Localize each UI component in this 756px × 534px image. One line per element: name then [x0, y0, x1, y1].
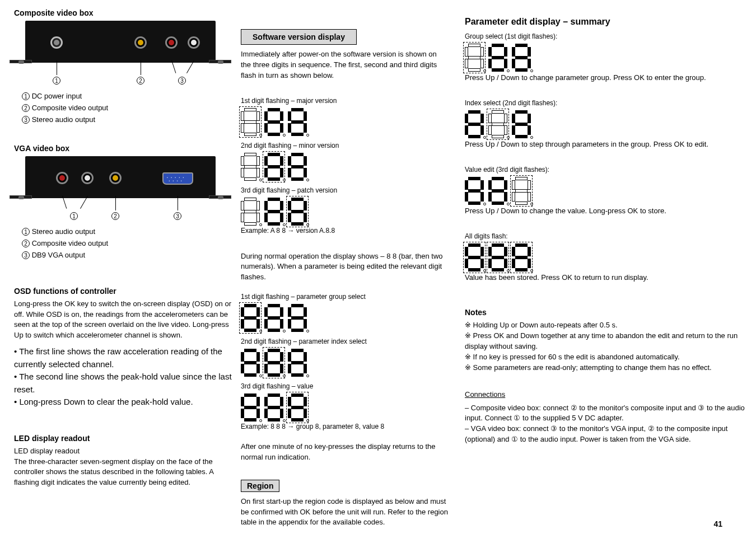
vga-device-illustration: • • • • • • • • • — [25, 156, 216, 198]
connections-body: – Composite video box: connect ② to the … — [465, 403, 745, 445]
ver-example: Example: A 8 8 → version A.8.8 — [241, 227, 448, 235]
mid-row2-digits — [241, 349, 448, 377]
osd-bullet-3: • Long-press Down to clear the peak-hold… — [14, 396, 232, 409]
sum-row3-hint: Press Up / Down to change the value. Lon… — [465, 206, 745, 217]
led-heading: LED display readout — [14, 434, 232, 443]
notes-heading: Notes — [465, 308, 745, 317]
mid-body: During normal operation the display show… — [241, 251, 448, 283]
sum-row1-name: Group select (1st digit flashes): — [465, 32, 745, 40]
osd-heading: OSD functions of controller — [14, 287, 232, 296]
ver-row2-digits — [241, 153, 448, 181]
ver-row3-label: 3rd digit flashing – patch version — [241, 186, 448, 194]
software-version-box: Software version display — [241, 29, 357, 45]
mid-row1-label: 1st digit flashing – parameter group sel… — [241, 293, 448, 301]
osd-body: Long-press the OK key to switch the on-s… — [14, 299, 232, 341]
sum-row1-hint: Press Up / Down to change parameter grou… — [465, 73, 745, 83]
connections-heading: Connections — [465, 390, 745, 399]
mid-row1-digits — [241, 304, 448, 332]
region-box: Region — [241, 480, 279, 492]
composite-box-heading: Composite video box — [14, 8, 232, 17]
sum-row3-digits — [465, 177, 745, 205]
sum-row1-digits — [465, 44, 745, 72]
mid-foot: After one minute of no key-presses the d… — [241, 442, 448, 463]
osd-bullet-2: • The second line shows the peak-hold va… — [14, 371, 232, 396]
note-1: ※ Holding Up or Down auto-repeats after … — [465, 320, 745, 331]
composite-item-3: 3 Stereo audio output — [22, 114, 232, 126]
sum-row4-hint: Value has been stored. Press OK to retur… — [465, 273, 745, 283]
sum-row2-name: Index select (2nd digit flashes): — [465, 99, 745, 107]
composite-item-2: 2 Composite video output — [22, 102, 232, 114]
ver-row3-digits — [241, 198, 448, 226]
osd-bullet-1: • The first line shows the raw accelerat… — [14, 345, 232, 371]
vga-item-3: 3 DB9 VGA output — [22, 250, 232, 261]
vga-item-2: 2 Composite video output — [22, 238, 232, 250]
region-body: On first start-up the region code is dis… — [241, 496, 448, 528]
led-body: LED display readout — [14, 446, 232, 457]
vga-item-1: 1 Stereo audio output — [22, 226, 232, 238]
mid-example: Example: 8 8 8 → group 8, parameter 8, v… — [241, 423, 448, 430]
composite-pointer-row: 1 2 3 — [25, 63, 216, 91]
note-4: ※ Some parameters are read-only; attempt… — [465, 363, 745, 373]
led-body-2: The three-character seven-segment displa… — [14, 457, 232, 489]
ver-row2-label: 2nd digit flashing – minor version — [241, 142, 448, 149]
note-3: ※ If no key is pressed for 60 s the edit… — [465, 352, 745, 363]
composite-item-1: 1 DC power input — [22, 91, 232, 102]
mid-row2-label: 2nd digit flashing – parameter index sel… — [241, 338, 448, 345]
ver-row1-digits — [241, 108, 448, 136]
software-version-body: Immediately after power-on the software … — [241, 49, 448, 81]
sum-row3-name: Value edit (3rd digit flashes): — [465, 166, 745, 174]
composite-device-illustration — [25, 21, 216, 63]
ver-row1-label: 1st digit flashing – major version — [241, 97, 448, 105]
sum-row2-digits — [465, 110, 745, 138]
summary-title: Parameter edit display – summary — [465, 17, 745, 27]
sum-row4-name: All digits flash: — [465, 232, 745, 240]
note-2: ※ Press OK and Down together at any time… — [465, 331, 745, 352]
mid-row3-digits — [241, 394, 448, 421]
page-number: 41 — [713, 519, 722, 528]
sum-row2-hint: Press Up / Down to step through paramete… — [465, 139, 745, 150]
sum-row4-digits — [465, 243, 745, 271]
vga-box-heading: VGA video box — [14, 144, 232, 153]
vga-pointer-row: 1 2 3 — [25, 198, 216, 226]
mid-row3-label: 3rd digit flashing – value — [241, 382, 448, 390]
